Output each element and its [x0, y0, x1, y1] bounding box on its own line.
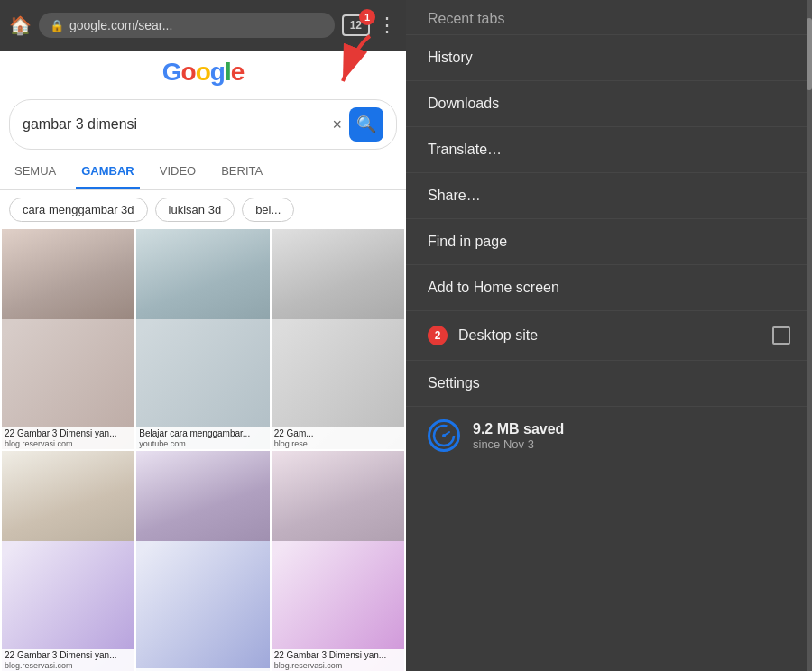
image-title-2: Belajar cara menggambar... — [136, 427, 269, 439]
menu-item-settings[interactable]: Settings — [406, 361, 812, 407]
menu-footer-savings: 9.2 MB saved since Nov 3 — [406, 407, 812, 464]
search-icon: 🔍 — [356, 115, 376, 134]
tabs-button[interactable]: 12 1 — [342, 14, 370, 36]
menu-item-add-to-home[interactable]: Add to Home screen — [406, 265, 812, 311]
desktop-site-checkbox[interactable] — [772, 326, 790, 345]
address-bar: 🏠 🔒 google.com/sear... 12 1 ⋮ — [0, 0, 406, 51]
image-card-5[interactable] — [136, 451, 269, 671]
menu-label-history: History — [428, 50, 473, 66]
image-title-1: 22 Gambar 3 Dimensi yan... — [2, 427, 134, 439]
left-panel: 🏠 🔒 google.com/sear... 12 1 ⋮ Google gam — [0, 0, 406, 671]
tab-gambar[interactable]: GAMBAR — [76, 155, 140, 189]
dropdown-menu: Recent tabs History Downloads Translate…… — [406, 0, 812, 671]
menu-label-translate: Translate… — [428, 142, 502, 158]
image-source-2: youtube.com — [136, 439, 269, 449]
tabs-badge: 1 — [359, 9, 375, 25]
tab-semua[interactable]: SEMUA — [9, 155, 61, 189]
clear-search-icon[interactable]: × — [332, 115, 342, 134]
search-tabs-row: SEMUA GAMBAR VIDEO BERITA — [0, 155, 406, 190]
image-source-6: blog.reservasi.com — [272, 661, 404, 671]
scrollbar-thumb[interactable] — [807, 18, 812, 90]
menu-label-downloads: Downloads — [428, 96, 499, 112]
url-text: google.com/sear... — [69, 18, 324, 32]
search-query: gambar 3 dimensi — [23, 116, 325, 133]
chip-lukisan[interactable]: lukisan 3d — [155, 198, 235, 222]
image-card-6[interactable]: 22 Gambar 3 Dimensi yan... blog.reservas… — [272, 451, 404, 671]
image-card-1[interactable]: 22 Gambar 3 Dimensi yan... blog.reservas… — [2, 229, 134, 449]
menu-item-translate[interactable]: Translate… — [406, 127, 812, 173]
search-bar[interactable]: gambar 3 dimensi × 🔍 — [9, 99, 397, 150]
image-source-4: blog.reservasi.com — [2, 661, 134, 671]
image-title-4: 22 Gambar 3 Dimensi yan... — [2, 649, 134, 661]
menu-recent-tabs[interactable]: Recent tabs — [406, 0, 812, 35]
search-chips-row: cara menggambar 3d lukisan 3d bel... — [0, 190, 406, 229]
home-icon-left[interactable]: 🏠 — [9, 14, 32, 36]
menu-item-desktop-site[interactable]: 2 Desktop site — [406, 311, 812, 361]
tab-berita[interactable]: BERITA — [216, 155, 268, 189]
image-card-4[interactable]: 22 Gambar 3 Dimensi yan... blog.reservas… — [2, 451, 134, 671]
more-menu-icon[interactable]: ⋮ — [377, 14, 397, 37]
menu-item-downloads[interactable]: Downloads — [406, 81, 812, 127]
menu-item-find-in-page[interactable]: Find in page — [406, 219, 812, 265]
chip-bel[interactable]: bel... — [242, 198, 294, 222]
url-box[interactable]: 🔒 google.com/sear... — [39, 13, 335, 38]
search-button[interactable]: 🔍 — [349, 107, 383, 142]
image-source-1: blog.reservasi.com — [2, 439, 134, 449]
tab-video[interactable]: VIDEO — [154, 155, 201, 189]
image-card-2[interactable]: Belajar cara menggambar... youtube.com — [136, 229, 269, 449]
scrollbar[interactable] — [807, 0, 812, 671]
image-title-6: 22 Gambar 3 Dimensi yan... — [272, 649, 404, 661]
menu-item-history[interactable]: History — [406, 35, 812, 81]
savings-icon — [428, 419, 460, 452]
menu-label-add-to-home: Add to Home screen — [428, 280, 559, 296]
chip-cara-menggambar[interactable]: cara menggambar 3d — [9, 198, 148, 222]
menu-item-share[interactable]: Share… — [406, 173, 812, 219]
menu-label-desktop-site: Desktop site — [458, 327, 538, 344]
google-logo: Google — [162, 58, 244, 87]
savings-amount: 9.2 MB saved — [473, 421, 564, 437]
svg-point-3 — [442, 434, 446, 437]
image-grid: 22 Gambar 3 Dimensi yan... blog.reservas… — [0, 229, 406, 671]
menu-label-find-in-page: Find in page — [428, 234, 507, 250]
lock-icon: 🔒 — [50, 19, 64, 32]
image-title-3: 22 Gam... — [272, 427, 404, 439]
menu-label-share: Share… — [428, 188, 481, 204]
savings-date: since Nov 3 — [473, 437, 564, 451]
google-logo-area: Google — [0, 51, 406, 90]
savings-info: 9.2 MB saved since Nov 3 — [473, 421, 564, 451]
right-panel: 🏠 Recent tabs History Downloads Translat… — [406, 0, 812, 671]
desktop-site-badge: 2 — [428, 326, 448, 345]
image-source-3: blog.rese... — [272, 439, 404, 449]
menu-label-settings: Settings — [428, 375, 480, 391]
image-card-3[interactable]: 22 Gam... blog.rese... — [272, 229, 404, 449]
